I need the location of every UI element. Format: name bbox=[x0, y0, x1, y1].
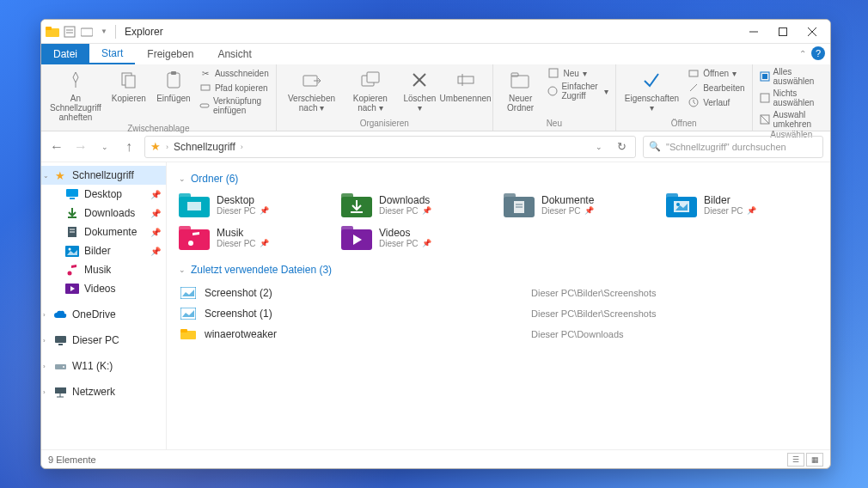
sidebar-item-dokumente[interactable]: Dokumente📌 bbox=[41, 223, 166, 241]
chevron-right-icon[interactable]: › bbox=[43, 388, 46, 396]
back-button[interactable]: ← bbox=[48, 138, 65, 156]
sidebar-item-quick-access[interactable]: ⌄ ★ Schnellzugriff bbox=[41, 166, 166, 185]
svg-rect-22 bbox=[458, 76, 474, 83]
folder-dokumente[interactable]: DokumenteDieser PC 📌 bbox=[504, 192, 656, 217]
folders-group-header[interactable]: ⌄ Ordner (6) bbox=[179, 173, 818, 185]
tab-share[interactable]: Freigeben bbox=[135, 44, 205, 64]
chevron-down-icon[interactable]: ⌄ bbox=[43, 172, 49, 180]
select-all-button[interactable]: Alles auswählen bbox=[758, 66, 825, 87]
ribbon: An Schnellzugriff anheften Kopieren Einf… bbox=[41, 64, 830, 131]
help-icon[interactable]: ? bbox=[811, 46, 825, 60]
window-title: Explorer bbox=[125, 26, 163, 38]
link-icon bbox=[199, 100, 210, 112]
sidebar-item-downloads[interactable]: Downloads📌 bbox=[41, 204, 166, 223]
select-none-button[interactable]: Nichts auswählen bbox=[758, 88, 825, 108]
copy-path-button[interactable]: Pfad kopieren bbox=[198, 81, 271, 95]
folder-videos[interactable]: VideosDieser PC 📌 bbox=[341, 224, 493, 250]
recent-file[interactable]: Screenshot (2)Dieser PC\Bilder\Screensho… bbox=[179, 283, 818, 303]
select-invert-button[interactable]: Auswahl umkehren bbox=[758, 109, 825, 130]
svg-point-41 bbox=[69, 247, 71, 250]
rename-button[interactable]: Umbenennen bbox=[443, 66, 486, 105]
copy-to-button[interactable]: Kopieren nach ▾ bbox=[345, 66, 395, 114]
music-icon bbox=[65, 263, 79, 277]
chevron-right-icon[interactable]: › bbox=[43, 363, 46, 370]
qat-properties-icon[interactable] bbox=[62, 24, 77, 40]
recent-group-header[interactable]: ⌄ Zuletzt verwendete Dateien (3) bbox=[179, 264, 818, 276]
sidebar-item-videos[interactable]: Videos bbox=[41, 279, 166, 298]
desktop-folder-icon bbox=[179, 192, 210, 217]
svg-rect-58 bbox=[504, 193, 516, 200]
minimize-button[interactable] bbox=[739, 20, 768, 44]
easy-access-button[interactable]: Einfacher Zugriff ▾ bbox=[546, 81, 609, 101]
breadcrumb-item[interactable]: Schnellzugriff bbox=[174, 141, 235, 153]
paste-button[interactable]: Einfügen bbox=[153, 66, 194, 105]
move-to-button[interactable]: Verschieben nach ▾ bbox=[282, 66, 342, 114]
svg-rect-16 bbox=[200, 104, 209, 107]
up-button[interactable]: ↑ bbox=[120, 138, 138, 156]
history-button[interactable]: Verlauf bbox=[686, 95, 746, 109]
delete-button[interactable]: Löschen ▾ bbox=[399, 66, 440, 114]
recent-file[interactable]: winaerotweakerDieser PC\Downloads bbox=[179, 324, 818, 345]
svg-rect-45 bbox=[58, 344, 63, 345]
edit-button[interactable]: Bearbeiten bbox=[686, 81, 746, 95]
new-item-button[interactable]: Neu ▾ bbox=[546, 66, 609, 80]
sidebar-item-onedrive[interactable]: ›OneDrive bbox=[41, 305, 166, 324]
tab-view[interactable]: Ansicht bbox=[205, 44, 263, 64]
recent-dropdown-icon[interactable]: ⌄ bbox=[96, 138, 113, 156]
chevron-right-icon[interactable]: › bbox=[43, 311, 46, 319]
recent-file[interactable]: Screenshot (1)Dieser PC\Bilder\Screensho… bbox=[179, 303, 818, 324]
download-icon bbox=[65, 206, 79, 220]
folder-bilder[interactable]: BilderDieser PC 📌 bbox=[666, 192, 818, 217]
cloud-icon bbox=[53, 308, 67, 321]
pin-to-quick-button[interactable]: An Schnellzugriff anheften bbox=[46, 66, 105, 124]
sidebar-item-bilder[interactable]: Bilder📌 bbox=[41, 241, 166, 260]
select-none-icon bbox=[760, 92, 770, 104]
video-icon bbox=[65, 282, 79, 296]
folder-downloads[interactable]: DownloadsDieser PC 📌 bbox=[341, 192, 493, 217]
copy-button[interactable]: Kopieren bbox=[108, 66, 150, 105]
folder-desktop[interactable]: DesktopDieser PC 📌 bbox=[179, 192, 331, 217]
pin-icon: 📌 bbox=[150, 247, 161, 256]
new-folder-button[interactable]: Neuer Ordner bbox=[498, 66, 543, 114]
sidebar-item-netzwerk[interactable]: ›Netzwerk bbox=[41, 382, 166, 401]
open-button[interactable]: Öffnen ▾ bbox=[686, 66, 746, 80]
sidebar-item-w11-k-[interactable]: ›W11 (K:) bbox=[41, 357, 166, 375]
tab-start[interactable]: Start bbox=[89, 44, 135, 64]
search-input[interactable]: 🔍 "Schnellzugriff" durchsuchen bbox=[643, 136, 823, 158]
svg-rect-7 bbox=[779, 27, 787, 35]
qat-newfolder-icon[interactable] bbox=[79, 24, 95, 40]
sidebar-item-musik[interactable]: Musik bbox=[41, 260, 166, 279]
addr-dropdown-icon[interactable]: ⌄ bbox=[590, 138, 608, 156]
view-icons-button[interactable]: ▦ bbox=[806, 453, 823, 467]
drive-icon bbox=[53, 359, 67, 373]
properties-button[interactable]: Eigenschaften ▾ bbox=[621, 66, 682, 114]
refresh-button[interactable]: ↻ bbox=[613, 138, 630, 156]
select-all-icon bbox=[760, 70, 770, 82]
sidebar-item-desktop[interactable]: Desktop📌 bbox=[41, 185, 166, 204]
view-details-button[interactable]: ☰ bbox=[787, 453, 804, 467]
svg-rect-26 bbox=[549, 69, 558, 77]
svg-rect-24 bbox=[511, 76, 529, 88]
copy-to-icon bbox=[358, 68, 382, 92]
cut-button[interactable]: ✂Ausschneiden bbox=[198, 66, 271, 80]
edit-icon bbox=[688, 82, 700, 94]
svg-point-42 bbox=[68, 271, 72, 276]
svg-rect-28 bbox=[689, 70, 698, 76]
folder-musik[interactable]: MusikDieser PC 📌 bbox=[179, 224, 331, 250]
close-button[interactable] bbox=[798, 20, 827, 44]
sidebar-item-dieser-pc[interactable]: ›Dieser PC bbox=[41, 331, 166, 350]
document-icon bbox=[65, 225, 79, 239]
tab-file[interactable]: Datei bbox=[41, 44, 89, 64]
maximize-button[interactable] bbox=[768, 20, 798, 44]
svg-rect-52 bbox=[179, 193, 191, 200]
chevron-right-icon: › bbox=[241, 143, 243, 151]
paste-link-button[interactable]: Verknüpfung einfügen bbox=[198, 95, 271, 116]
address-bar[interactable]: ★ › Schnellzugriff › ⌄ ↻ bbox=[144, 136, 636, 158]
forward-button[interactable]: → bbox=[72, 138, 89, 156]
svg-rect-2 bbox=[64, 27, 75, 37]
chevron-right-icon[interactable]: › bbox=[43, 337, 46, 345]
collapse-ribbon-icon[interactable]: ⌃ bbox=[799, 49, 806, 58]
new-item-icon bbox=[547, 67, 559, 79]
svg-rect-74 bbox=[180, 329, 187, 332]
chevron-down-icon[interactable]: ▼ bbox=[96, 24, 112, 40]
